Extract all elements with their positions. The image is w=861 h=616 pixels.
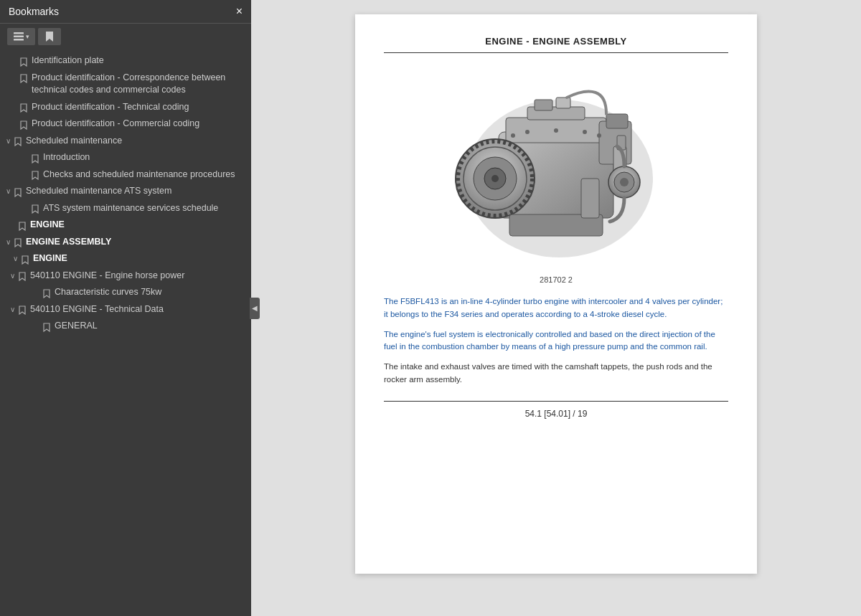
bookmark-label: Introduction [40,151,245,164]
bookmark-icon [17,305,27,316]
bookmark-icon [17,271,27,282]
bookmark-item[interactable]: Product identification - Technical codin… [0,99,251,116]
document-paragraph: The engine's fuel system is electronical… [384,328,728,354]
chevron-icon: ∨ [3,186,13,196]
collapse-panel-button[interactable]: ◀ [250,298,260,319]
bookmark-icon [13,237,23,248]
main-content-area: ENGINE - ENGINE ASSEMBLY [251,0,861,616]
bookmark-item[interactable]: ATS system maintenance services schedule [0,200,251,217]
chevron-down-icon: ▾ [26,33,29,40]
bookmark-label: ENGINE [30,252,245,265]
bookmark-label: Product identification - Technical codin… [29,101,245,114]
bookmark-icon [17,220,27,231]
bookmark-label: Product identification - Correspondence … [29,72,245,97]
svg-rect-21 [535,100,552,110]
bookmark-item[interactable]: Introduction [0,149,251,166]
bookmark-label: 540110 ENGINE - Engine horse power [27,270,245,283]
chevron-icon: ∨ [7,271,17,281]
bookmark-item[interactable]: ENGINE [0,217,251,234]
bookmark-item[interactable]: Checks and scheduled maintenance procedu… [0,166,251,184]
chevron-icon: ∨ [3,237,13,247]
page-wrapper: ENGINE - ENGINE ASSEMBLY [251,0,861,616]
bookmark-item[interactable]: ∨ ENGINE [0,250,251,267]
sidebar-toolbar: ▾ [0,24,251,49]
bookmark-icon [30,170,40,181]
bookmark-label: Identification plate [29,55,245,67]
bookmark-item[interactable]: Characteristic curves 75kw [0,284,251,301]
bookmark-item[interactable]: Product identification - Commercial codi… [0,115,251,133]
bookmark-item[interactable]: ∨ ENGINE ASSEMBLY [0,234,251,251]
bookmark-item[interactable]: ∨ Scheduled maintenance [0,133,251,150]
svg-point-19 [620,178,629,186]
bookmark-label: Scheduled maintenance [23,135,245,148]
chevron-icon: ∨ [10,254,20,264]
bookmark-icon [30,204,40,214]
svg-point-28 [597,133,601,138]
bookmark-icon [42,288,52,298]
svg-point-27 [583,130,587,134]
bookmark-icon-toolbar [44,31,55,42]
svg-point-12 [491,175,499,182]
bookmark-icon [19,119,29,130]
svg-point-24 [511,133,515,138]
svg-rect-1 [14,36,24,38]
document-paragraph: The intake and exhaust valves are timed … [384,361,728,387]
bookmark-label: Scheduled maintenance ATS system [23,185,245,198]
chevron-icon: ∨ [3,136,13,146]
bookmark-label: ENGINE [27,219,245,232]
bookmark-icon [42,321,52,332]
svg-rect-22 [556,98,570,108]
bookmark-item[interactable]: Identification plate [0,52,251,70]
list-view-button[interactable]: ▾ [7,28,35,45]
engine-illustration [441,67,671,268]
bookmark-icon [19,56,29,67]
bookmark-icon [13,136,23,147]
document-paragraph: The F5BFL413 is an in-line 4-cylinder tu… [384,295,728,321]
bookmark-item[interactable]: Product identification - Correspondence … [0,70,251,99]
bookmark-label: ENGINE ASSEMBLY [23,236,245,249]
bookmark-icon [13,186,23,197]
bookmark-icon [19,73,29,84]
bookmark-label: Checks and scheduled maintenance procedu… [40,169,245,181]
bookmark-label: Characteristic curves 75kw [52,286,245,299]
svg-point-25 [525,130,530,134]
svg-rect-7 [606,114,628,128]
document-page: ENGINE - ENGINE ASSEMBLY [355,14,757,574]
bookmark-tree: Identification plate Product identificat… [0,49,251,616]
svg-rect-2 [14,39,24,41]
list-icon [13,31,24,42]
bookmark-view-button[interactable] [38,28,61,45]
svg-rect-23 [581,179,599,218]
sidebar-header: Bookmarks × [0,0,251,24]
image-caption: 281702 2 [384,275,728,284]
bookmark-label: 540110 ENGINE - Technical Data [27,303,245,316]
bookmark-label: GENERAL [52,320,245,333]
svg-point-26 [554,128,558,133]
sidebar-title: Bookmarks [9,6,59,17]
bookmark-icon [30,153,40,164]
bookmark-icon [19,103,29,113]
paragraph-text-blue: The engine's fuel system is electronical… [384,330,715,351]
bookmark-label: Product identification - Commercial codi… [29,118,245,131]
document-paragraphs: The F5BFL413 is an in-line 4-cylinder tu… [384,295,728,387]
bookmark-icon [20,254,30,265]
sidebar-close-button[interactable]: × [236,6,243,17]
svg-rect-0 [14,32,24,34]
page-title: ENGINE - ENGINE ASSEMBLY [384,36,728,53]
bookmark-item[interactable]: ∨ 540110 ENGINE - Engine horse power [0,267,251,285]
engine-image-container [384,67,728,268]
page-footer: 54.1 [54.01] / 19 [384,401,728,419]
bookmark-item[interactable]: ∨ 540110 ENGINE - Technical Data [0,301,251,318]
bookmark-label: ATS system maintenance services schedule [40,202,245,215]
chevron-icon: ∨ [7,305,17,315]
bookmark-item[interactable]: ∨ Scheduled maintenance ATS system [0,183,251,200]
paragraph-text-blue: The F5BFL413 is an in-line 4-cylinder tu… [384,297,723,318]
bookmark-item[interactable]: GENERAL [0,318,251,335]
sidebar-panel: Bookmarks × ▾ Identification plate Produ… [0,0,251,616]
